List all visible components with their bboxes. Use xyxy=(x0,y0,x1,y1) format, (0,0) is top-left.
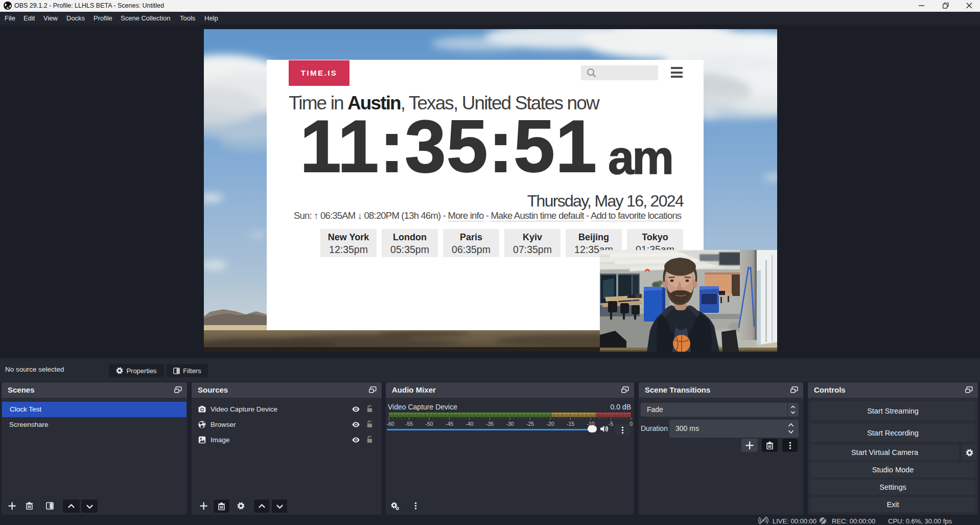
svg-text:-40: -40 xyxy=(465,421,473,427)
svg-text:-35: -35 xyxy=(486,421,494,427)
svg-text:0: 0 xyxy=(629,421,633,427)
svg-text:-50: -50 xyxy=(425,421,433,427)
svg-text:-15: -15 xyxy=(567,421,574,427)
svg-text:-30: -30 xyxy=(506,421,514,427)
svg-text:-20: -20 xyxy=(546,421,554,427)
svg-text:-55: -55 xyxy=(405,421,413,427)
svg-text:-25: -25 xyxy=(526,421,534,427)
svg-text:-5: -5 xyxy=(609,421,613,427)
svg-text:-60: -60 xyxy=(387,421,394,427)
svg-text:-45: -45 xyxy=(446,421,453,427)
